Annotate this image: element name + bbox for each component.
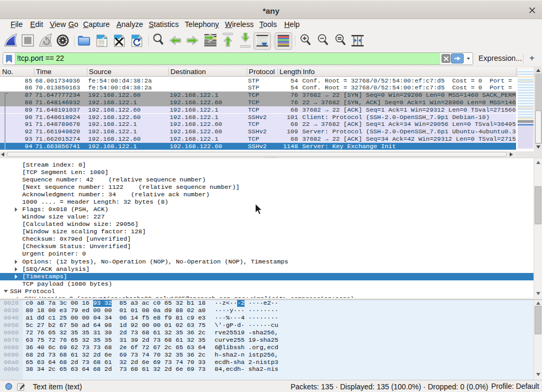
svg-text:0111: 0111 [98,44,104,47]
